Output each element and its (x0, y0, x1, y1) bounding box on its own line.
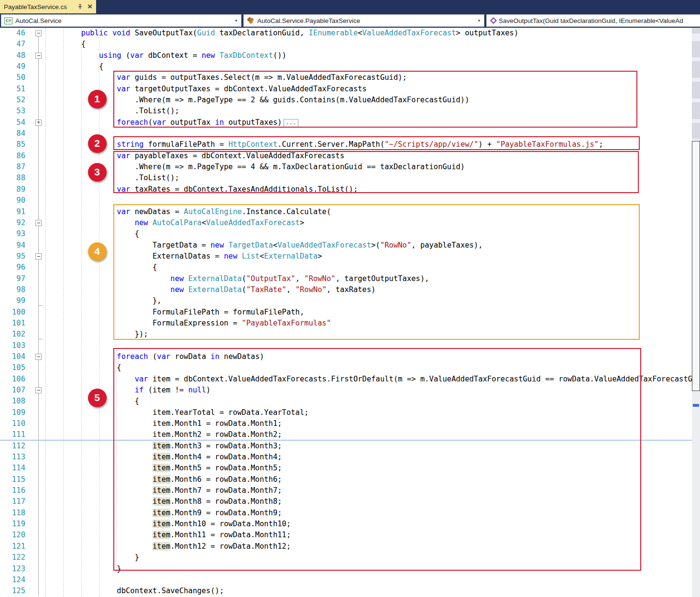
fold-margin (25, 329, 45, 340)
scrollbar-thumb[interactable] (692, 141, 700, 391)
line-number: 125 (0, 586, 25, 597)
line-number: 100 (0, 307, 25, 318)
line-number: 92 (0, 217, 25, 228)
fold-collapse-icon[interactable]: − (35, 30, 42, 36)
line-number: 53 (0, 106, 25, 117)
fold-margin (25, 552, 45, 563)
fold-margin (25, 139, 45, 150)
code-text: using (var dbContext = new TaxDbContext(… (45, 50, 692, 61)
code-line: 111 item.Month2 = rowData.Month2; (0, 429, 692, 440)
code-line: 85 string formulaFilePath = HttpContext.… (0, 139, 692, 150)
vertical-scrollbar[interactable] (692, 28, 700, 597)
code-line: 87 .Where(m => m.PageType == 4 && m.TaxD… (0, 162, 692, 173)
fold-margin (25, 72, 45, 83)
code-line: 104− foreach (var rowData in newDatas) (0, 351, 692, 362)
close-icon[interactable]: × (88, 3, 92, 10)
line-number: 114 (0, 463, 25, 474)
fold-margin (25, 407, 45, 418)
code-line: 95− ExternalDatas = new List<ExternalDat… (0, 251, 692, 262)
code-line: 94 TargetData = new TargetData<ValueAdde… (0, 240, 692, 251)
collapsed-region-box[interactable]: ... (284, 119, 299, 127)
code-line: 120 item.Month11 = rowData.Month11; (0, 530, 692, 541)
fold-margin (25, 463, 45, 474)
fold-collapse-icon[interactable]: − (35, 354, 42, 360)
fold-margin: + (25, 117, 45, 128)
code-text: { (45, 39, 692, 50)
code-text: } (45, 564, 692, 575)
fold-margin (25, 485, 45, 496)
code-text: if (item != null) (45, 385, 692, 396)
code-editor[interactable]: 46− public void SaveOutputTax(Guid taxDe… (0, 28, 692, 597)
code-line: 123 } (0, 564, 692, 575)
code-text: ExternalDatas = new List<ExternalData> (45, 251, 692, 262)
line-number: 105 (0, 362, 25, 373)
type-dropdown[interactable]: AutoCal.Service.PayableTaxService ▼ (243, 14, 484, 27)
document-tab-bar: PayableTaxService.cs × (0, 0, 700, 13)
fold-margin (25, 39, 45, 50)
pin-icon[interactable] (76, 3, 84, 11)
code-text: item.Month11 = rowData.Month11; (45, 530, 692, 541)
code-text: item.Month6 = rowData.Month6; (45, 474, 692, 485)
scrollbar-mark (692, 28, 700, 33)
code-text: item.Month3 = rowData.Month3; (45, 441, 692, 452)
fold-margin (25, 374, 45, 385)
fold-expand-icon[interactable]: + (35, 119, 42, 126)
fold-margin (25, 452, 45, 463)
code-line: 117 item.Month8 = rowData.Month8; (0, 496, 692, 507)
type-dropdown-value: AutoCal.Service.PayableTaxService (257, 17, 474, 24)
line-number: 107 (0, 385, 25, 396)
code-text: new AutoCalPara<ValueAddedTaxForecast> (45, 217, 692, 228)
fold-collapse-icon[interactable]: − (35, 53, 42, 59)
highlighted-reference: item (153, 486, 170, 495)
code-text: new ExternalData("TaxRate", "RowNo", tax… (45, 284, 692, 295)
fold-collapse-icon[interactable]: − (35, 387, 42, 393)
project-dropdown[interactable]: C# AutoCal.Service ▼ (1, 14, 241, 27)
line-number: 88 (0, 173, 25, 184)
line-number: 98 (0, 284, 25, 295)
code-line: 47 { (0, 39, 692, 50)
member-dropdown-value: SaveOutputTax(Guid taxDeclarationGuid, I… (499, 17, 697, 24)
fold-collapse-icon[interactable]: − (35, 220, 42, 226)
code-text: } (45, 552, 692, 563)
code-text: item.Month4 = rowData.Month4; (45, 452, 692, 463)
code-text: var guids = outputTaxes.Select(m => m.Va… (45, 72, 692, 83)
fold-margin (25, 128, 45, 139)
code-text: { (45, 61, 692, 72)
line-number: 86 (0, 151, 25, 162)
fold-margin (25, 575, 45, 586)
fold-margin (25, 541, 45, 552)
code-line: 46− public void SaveOutputTax(Guid taxDe… (0, 28, 692, 39)
visual-studio-editor-window: PayableTaxService.cs × C# AutoCal.Servic… (0, 0, 700, 597)
code-text: item.Month9 = rowData.Month9; (45, 508, 692, 519)
code-line: 99 }, (0, 295, 692, 306)
line-number: 89 (0, 184, 25, 195)
line-number: 121 (0, 541, 25, 552)
code-line: 96 { (0, 262, 692, 273)
code-line: 91 var newDatas = AutoCalEngine.Instance… (0, 206, 692, 217)
line-number: 87 (0, 162, 25, 173)
line-number: 108 (0, 396, 25, 407)
fold-margin (25, 284, 45, 295)
code-line: 97 new ExternalData("OutputTax", "RowNo"… (0, 273, 692, 284)
code-text: var item = dbContext.ValueAddedTaxForeca… (45, 374, 692, 385)
line-number: 95 (0, 251, 25, 262)
chevron-down-icon: ▼ (477, 19, 481, 23)
code-text: var targetOutputTaxes = dbContext.ValueA… (45, 84, 692, 95)
line-number: 109 (0, 407, 25, 418)
highlighted-reference: item (153, 542, 170, 551)
fold-margin (25, 195, 45, 206)
code-line: 86 var payableTaxes = dbContext.ValueAdd… (0, 151, 692, 162)
fold-collapse-icon[interactable]: − (35, 253, 42, 260)
fold-margin (25, 340, 45, 351)
scrollbar-mark (692, 82, 700, 98)
member-dropdown[interactable]: SaveOutputTax(Guid taxDeclarationGuid, I… (486, 14, 700, 27)
code-text: item.Month7 = rowData.Month7; (45, 485, 692, 496)
scrollbar-caret-mark (693, 404, 699, 407)
line-number: 48 (0, 50, 25, 61)
fold-margin (25, 362, 45, 373)
document-tab[interactable]: PayableTaxService.cs × (0, 0, 96, 13)
scrollbar-mark (692, 102, 700, 119)
fold-margin (25, 307, 45, 318)
code-line: 106 var item = dbContext.ValueAddedTaxFo… (0, 374, 692, 385)
line-number: 119 (0, 519, 25, 530)
